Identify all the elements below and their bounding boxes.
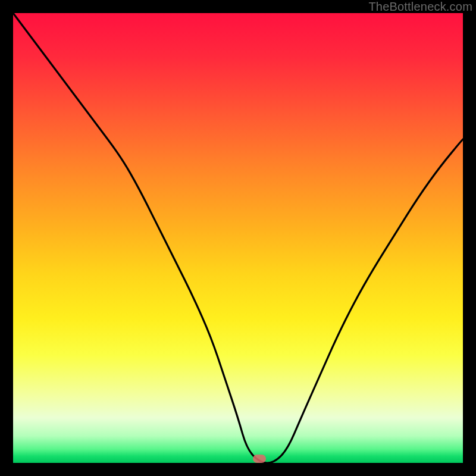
min-marker xyxy=(253,455,266,463)
bottleneck-curve xyxy=(13,13,463,463)
chart-frame: TheBottleneck.com xyxy=(0,0,476,476)
plot-area xyxy=(13,13,463,463)
watermark-text: TheBottleneck.com xyxy=(368,0,472,14)
